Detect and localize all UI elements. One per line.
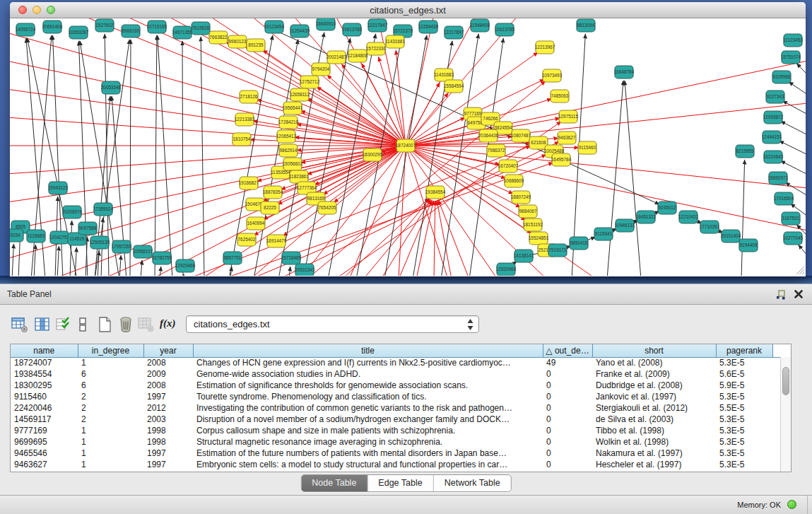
tab-edge-table[interactable]: Edge Table <box>367 475 433 491</box>
column-header-name[interactable]: name <box>11 344 78 357</box>
table-row[interactable]: 946362711997Embryonic stem cells: a mode… <box>11 459 791 470</box>
graph-node[interactable]: 9115460 <box>578 141 596 154</box>
graph-node[interactable]: 9960123 <box>228 35 247 48</box>
graph-node[interactable]: 14055724 <box>16 23 36 36</box>
table-selector-dropdown[interactable]: citations_edges.txt <box>186 315 479 333</box>
graph-node[interactable]: 20101404 <box>721 230 741 243</box>
graph-node[interactable]: 12210431 <box>678 211 699 223</box>
graph-node[interactable]: 10719195 <box>147 21 167 33</box>
graph-node[interactable]: 16495784 <box>551 153 572 166</box>
graph-node[interactable]: 12213383 <box>235 113 255 126</box>
graph-node[interactable]: 12213967 <box>535 41 555 54</box>
graph-node[interactable]: 15751074 <box>781 51 801 64</box>
citation-network-graph[interactable]: 1405572420691406106532871527602696616010… <box>10 18 806 276</box>
resize-grip[interactable] <box>795 265 805 275</box>
graph-node[interactable]: 17284218 <box>278 116 299 129</box>
graph-node[interactable]: 15524851 <box>529 232 549 245</box>
graph-node[interactable]: 12444151 <box>762 131 782 144</box>
graph-node[interactable]: 10946131 <box>615 219 635 232</box>
graph-node[interactable]: 19166827 <box>239 177 259 189</box>
graph-node[interactable]: 7986372 <box>487 144 505 157</box>
graph-node[interactable]: 17957255 <box>112 240 132 253</box>
graph-node[interactable]: 9097588 <box>78 222 97 235</box>
graph-node[interactable]: 20206576 <box>62 206 83 218</box>
graph-node[interactable]: 9794204 <box>312 63 330 76</box>
graph-node[interactable]: 11548408 <box>470 19 490 32</box>
graph-node[interactable]: 19384554 <box>425 186 446 199</box>
table-row[interactable]: 977716911998Corpus callosum shape and si… <box>11 425 791 436</box>
graph-node[interactable]: 7919171 <box>548 244 567 257</box>
graph-node[interactable]: 20021487 <box>326 51 347 64</box>
graph-node[interactable]: 7485063 <box>551 90 569 103</box>
graph-node[interactable]: 15056602 <box>283 158 303 170</box>
graph-node[interactable]: 12975115 <box>558 110 578 123</box>
graph-node[interactable]: 39154 <box>10 229 23 242</box>
table-row[interactable]: 969969511998Structural magnetic resonanc… <box>11 436 791 448</box>
import-table-icon[interactable] <box>137 316 154 333</box>
close-icon[interactable] <box>794 289 804 299</box>
graph-node[interactable]: 20053346 <box>101 81 122 94</box>
graph-node[interactable]: 17710351 <box>700 221 720 233</box>
graph-node[interactable]: 12254439 <box>418 21 439 33</box>
network-canvas[interactable]: 1405572420691406106532871527602696616010… <box>10 18 806 276</box>
graph-node[interactable]: 15692971 <box>768 172 789 185</box>
graph-node[interactable]: 16640910 <box>316 18 336 30</box>
graph-node[interactable]: 19565441 <box>283 102 303 115</box>
graph-node[interactable]: 10653287 <box>69 26 89 39</box>
float-panel-icon[interactable] <box>775 289 787 300</box>
tab-network-table[interactable]: Network Table <box>433 475 511 491</box>
graph-node[interactable]: 1527602 <box>95 19 114 32</box>
graph-node[interactable]: 12042757 <box>49 231 70 244</box>
graph-node[interactable]: 18807249 <box>511 191 531 204</box>
graph-node[interactable]: 11431681 <box>385 35 405 48</box>
table-scrollbar[interactable] <box>780 357 791 472</box>
graph-node[interactable]: 12658112 <box>290 88 310 101</box>
table-row[interactable]: 946554611997Estimation of the future num… <box>11 448 791 459</box>
graph-node[interactable]: 11123453 <box>783 34 803 47</box>
graph-node[interactable]: 20364436 <box>478 129 499 142</box>
graph-node[interactable]: 15722330 <box>366 42 387 55</box>
graph-node[interactable]: 12920466 <box>496 263 517 276</box>
graph-node[interactable]: 7615526 <box>192 22 210 35</box>
graph-node[interactable]: 2718126 <box>240 90 258 103</box>
column-header-title[interactable]: title <box>193 344 543 357</box>
graph-node[interactable]: 7654205 <box>318 201 336 214</box>
column-header-year[interactable]: year <box>143 344 193 357</box>
graph-node[interactable]: 14671355 <box>172 26 193 39</box>
table-settings-icon[interactable] <box>11 316 28 333</box>
graph-node[interactable]: 15584594 <box>444 80 464 93</box>
graph-node[interactable]: 16720407 <box>498 160 519 173</box>
table-row[interactable]: 911546021997Tourette syndrome. Phenomeno… <box>11 391 791 402</box>
graph-node[interactable]: 16914479 <box>266 235 287 247</box>
column-header-out_de[interactable]: △ out_de… <box>543 344 592 357</box>
graph-node[interactable]: 1640994 <box>247 217 265 230</box>
graph-node[interactable]: 9857791 <box>223 252 242 264</box>
graph-node[interactable]: 9850415 <box>570 237 588 250</box>
graph-node[interactable]: 15943123 <box>48 182 69 194</box>
graph-node[interactable]: 20691406 <box>42 21 63 33</box>
graph-node[interactable]: 11823861 <box>289 170 309 183</box>
graph-node[interactable]: 12065412 <box>276 130 297 143</box>
column-header-pagerank[interactable]: pagerank <box>716 344 772 357</box>
graph-node[interactable]: 16648784 <box>614 66 635 78</box>
table-row[interactable]: 1938455462009Genome-wide association stu… <box>11 368 791 380</box>
graph-node[interactable]: 17016504 <box>774 192 794 205</box>
show-columns-icon[interactable] <box>34 316 51 333</box>
graph-node[interactable]: 12093872 <box>763 111 784 124</box>
graph-node[interactable]: 6966160 <box>122 25 140 37</box>
select-all-icon[interactable] <box>55 316 72 333</box>
graph-node[interactable]: 82225 <box>261 201 279 214</box>
graph-node[interactable]: 20531343 <box>295 264 315 276</box>
memory-ok-indicator-icon[interactable] <box>787 500 796 509</box>
table-row[interactable]: 1830029562008Estimation of significance … <box>11 380 791 391</box>
graph-node[interactable]: 9119341 <box>594 228 613 240</box>
graph-node[interactable]: 18451322 <box>636 211 657 223</box>
graph-node[interactable]: 891235 <box>247 39 265 52</box>
tab-node-table[interactable]: Node Table <box>301 475 367 491</box>
graph-node[interactable]: 19613785 <box>342 23 363 36</box>
graph-node[interactable]: 18300295 <box>363 148 383 161</box>
graph-node[interactable]: 7625402 <box>237 233 256 246</box>
scrollbar-thumb[interactable] <box>782 367 789 395</box>
column-header-in_degree[interactable]: in_degree <box>78 344 143 357</box>
graph-node[interactable]: 16782759 <box>152 252 172 264</box>
